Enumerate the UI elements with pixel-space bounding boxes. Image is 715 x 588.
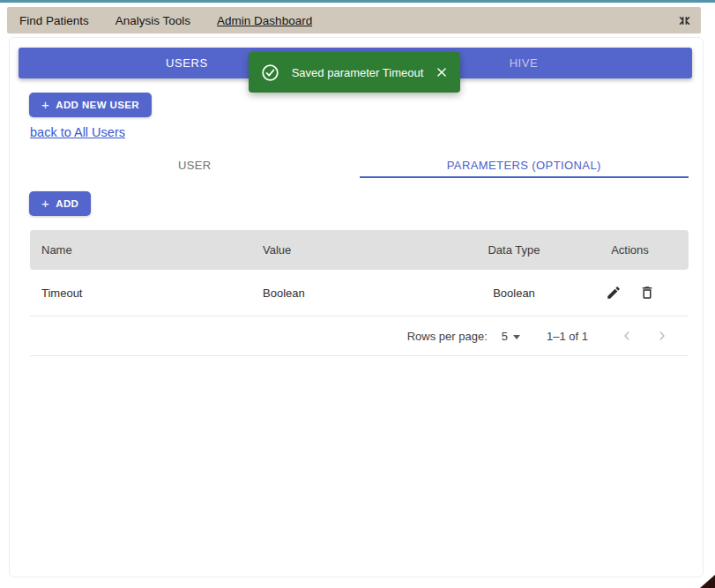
row-actions <box>571 285 689 301</box>
nav-item-find-patients[interactable]: Find Patients <box>19 14 89 27</box>
row-name: Timeout <box>30 287 263 300</box>
active-tab-indicator <box>360 176 689 178</box>
sub-tabs: USER PARAMETERS (OPTIONAL) <box>30 151 689 179</box>
next-page-icon[interactable] <box>652 325 673 346</box>
rows-per-page-label: Rows per page: <box>407 330 488 343</box>
rows-per-page-select[interactable]: 5 <box>502 330 520 343</box>
top-navbar: Find Patients Analysis Tools Admin Dashb… <box>7 7 701 33</box>
edit-pencil-icon[interactable] <box>606 285 622 301</box>
column-header-data-type: Data Type <box>457 243 571 257</box>
add-new-user-button[interactable]: + ADD NEW USER <box>29 93 152 117</box>
close-icon[interactable] <box>436 66 448 78</box>
delete-trash-icon[interactable] <box>639 285 655 301</box>
top-accent-line <box>0 0 715 3</box>
back-to-all-users-link[interactable]: back to All Users <box>30 125 125 139</box>
rows-per-page-value: 5 <box>502 330 508 343</box>
toast-message: Saved parameter Timeout <box>290 66 425 79</box>
row-data-type: Boolean <box>457 287 571 300</box>
add-parameter-button[interactable]: + ADD <box>29 191 91 216</box>
nav-item-admin-dashboard[interactable]: Admin Dashboard <box>217 14 312 27</box>
previous-page-icon[interactable] <box>616 325 637 346</box>
parameters-table: Name Value Data Type Actions Timeout Boo… <box>30 230 689 356</box>
admin-dashboard-page: { "nav": { "items": [ { "label": "Find P… <box>0 0 715 588</box>
tab-parameters-optional[interactable]: PARAMETERS (OPTIONAL) <box>360 151 689 179</box>
chevron-down-icon <box>513 335 520 339</box>
check-circle-icon <box>261 63 279 82</box>
column-header-value: Value <box>263 243 457 257</box>
plus-icon: + <box>41 100 49 109</box>
mouse-cursor <box>700 575 715 588</box>
table-pagination: Rows per page: 5 1–1 of 1 <box>30 316 689 356</box>
collapse-arrows-icon[interactable] <box>674 11 694 30</box>
add-label: ADD <box>56 198 78 209</box>
tab-user[interactable]: USER <box>30 151 360 179</box>
pagination-range: 1–1 of 1 <box>547 330 588 343</box>
column-header-name: Name <box>30 243 263 257</box>
table-header-row: Name Value Data Type Actions <box>30 230 689 270</box>
toast-notification: Saved parameter Timeout <box>249 52 460 93</box>
row-value: Boolean <box>263 287 457 300</box>
nav-item-analysis-tools[interactable]: Analysis Tools <box>115 14 190 27</box>
content-card: USERS HIVE Saved parameter Timeout + ADD… <box>9 37 704 577</box>
column-header-actions: Actions <box>571 243 689 257</box>
table-row: Timeout Boolean Boolean <box>30 270 689 316</box>
add-new-user-label: ADD NEW USER <box>56 100 139 110</box>
plus-icon: + <box>41 199 49 208</box>
